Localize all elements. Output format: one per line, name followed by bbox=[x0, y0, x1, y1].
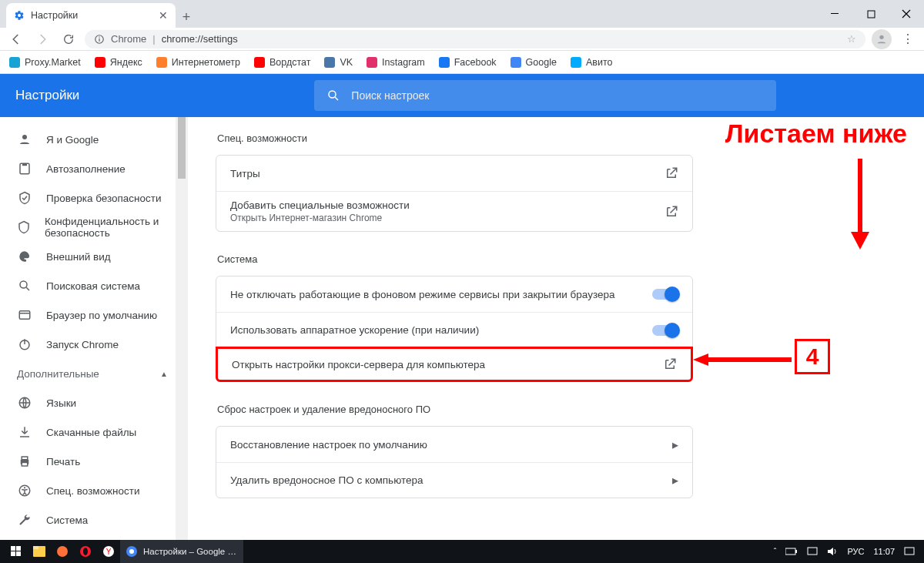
wrench-icon bbox=[17, 513, 32, 527]
settings-row[interactable]: Использовать аппаратное ускорение (при н… bbox=[216, 312, 692, 347]
close-icon[interactable]: ✕ bbox=[159, 10, 168, 21]
tray-network-icon[interactable] bbox=[807, 547, 818, 556]
bookmark-favicon bbox=[156, 57, 167, 68]
browser-icon bbox=[17, 308, 32, 322]
launch-icon[interactable] bbox=[665, 166, 678, 180]
tray-language[interactable]: РУС bbox=[847, 547, 864, 556]
start-button[interactable] bbox=[5, 540, 28, 563]
settings-row[interactable]: Открыть настройки прокси-сервера для ком… bbox=[216, 347, 693, 382]
tray-volume-icon[interactable] bbox=[827, 546, 838, 557]
bookmark-item[interactable]: Авито bbox=[571, 57, 613, 68]
launch-icon[interactable] bbox=[665, 205, 678, 219]
svg-point-6 bbox=[329, 91, 336, 98]
settings-row[interactable]: Титры bbox=[216, 156, 692, 191]
sidebar-item[interactable]: Система bbox=[0, 505, 188, 535]
bookmark-label: Proxy.Market bbox=[25, 57, 81, 68]
taskbar-opera-icon[interactable] bbox=[74, 540, 97, 563]
annotation-arrow-down-icon bbox=[849, 159, 872, 251]
sidebar-item[interactable]: Спец. возможности bbox=[0, 476, 188, 505]
taskbar-yandex-icon[interactable]: Y bbox=[97, 540, 120, 563]
taskbar-explorer-icon[interactable] bbox=[28, 540, 51, 563]
tray-battery-icon[interactable] bbox=[785, 547, 798, 556]
chevron-right-icon[interactable]: ▸ bbox=[672, 437, 678, 452]
bookmark-item[interactable]: Facebook bbox=[439, 57, 497, 68]
url-text: chrome://settings bbox=[162, 33, 238, 45]
sidebar-item[interactable]: Внешний вид bbox=[0, 242, 188, 271]
sidebar-item[interactable]: Проверка безопасности bbox=[0, 183, 188, 213]
window-controls bbox=[818, 0, 924, 28]
settings-row[interactable]: Добавить специальные возможностиОткрыть … bbox=[216, 191, 692, 231]
sidebar-item[interactable]: Я и Google bbox=[0, 125, 188, 154]
tray-notifications-icon[interactable] bbox=[904, 546, 915, 557]
sidebar-item[interactable]: Поисковая система bbox=[0, 271, 188, 300]
tab-title: Настройки bbox=[31, 10, 78, 21]
taskbar-app-chrome[interactable]: Настройки – Google … bbox=[120, 540, 243, 563]
settings-row[interactable]: Удалить вредоносное ПО с компьютера▸ bbox=[216, 462, 692, 498]
settings-row[interactable]: Восстановление настроек по умолчанию▸ bbox=[216, 427, 692, 462]
bookmark-favicon bbox=[9, 57, 20, 68]
window-maximize[interactable] bbox=[853, 0, 889, 28]
annotation-arrow-left-icon bbox=[691, 352, 792, 367]
bookmark-label: Google bbox=[526, 57, 557, 68]
browser-menu[interactable]: ⋮ bbox=[898, 29, 918, 49]
svg-rect-18 bbox=[22, 463, 28, 467]
svg-point-33 bbox=[83, 548, 88, 555]
person-icon bbox=[17, 132, 32, 146]
svg-rect-30 bbox=[33, 546, 38, 549]
toggle-switch[interactable] bbox=[652, 289, 678, 300]
settings-row-title: Не отключать работающие в фоновом режиме… bbox=[230, 289, 652, 300]
bookmark-label: Вордстат bbox=[270, 57, 311, 68]
svg-marker-24 bbox=[693, 354, 708, 366]
new-tab-button[interactable]: + bbox=[176, 6, 197, 28]
sidebar-scrollbar[interactable] bbox=[176, 117, 188, 540]
sidebar-item[interactable]: Языки bbox=[0, 388, 188, 417]
gear-icon bbox=[14, 10, 25, 21]
chrome-icon bbox=[126, 546, 137, 557]
bookmark-item[interactable]: Instagram bbox=[367, 57, 425, 68]
settings-row[interactable]: Не отключать работающие в фоновом режиме… bbox=[216, 276, 692, 312]
window-minimize[interactable] bbox=[818, 0, 853, 28]
nav-forward[interactable] bbox=[32, 29, 52, 49]
sidebar-group-advanced[interactable]: Дополнительные▲ bbox=[0, 359, 188, 388]
omnibox[interactable]: Chrome | chrome://settings ☆ bbox=[85, 30, 865, 49]
bookmark-item[interactable]: Вордстат bbox=[254, 57, 311, 68]
bookmark-label: Интернетометр bbox=[172, 57, 240, 68]
bookmark-item[interactable]: Google bbox=[511, 57, 557, 68]
bookmark-item[interactable]: Proxy.Market bbox=[9, 57, 81, 68]
sidebar-item[interactable]: Печать bbox=[0, 447, 188, 476]
bookmark-label: Facebook bbox=[454, 57, 497, 68]
sidebar-item[interactable]: Браузер по умолчанию bbox=[0, 300, 188, 330]
bookmark-label: VK bbox=[340, 57, 353, 68]
nav-reload[interactable] bbox=[59, 29, 79, 49]
browser-tab-active[interactable]: Настройки ✕ bbox=[6, 3, 176, 28]
bookmark-item[interactable]: VK bbox=[324, 57, 353, 68]
svg-rect-39 bbox=[795, 550, 797, 553]
svg-point-5 bbox=[879, 35, 883, 39]
nav-back[interactable] bbox=[6, 29, 26, 49]
tray-chevron-icon[interactable]: ˆ bbox=[774, 547, 777, 556]
search-placeholder: Поиск настроек bbox=[351, 89, 429, 102]
profile-avatar[interactable] bbox=[872, 29, 892, 49]
launch-icon[interactable] bbox=[663, 357, 677, 371]
settings-search[interactable]: Поиск настроек bbox=[314, 80, 776, 111]
url-prefix: Chrome bbox=[111, 33, 146, 45]
sidebar-item[interactable]: Скачанные файлы bbox=[0, 417, 188, 447]
taskbar-firefox-icon[interactable] bbox=[51, 540, 74, 563]
svg-rect-25 bbox=[11, 546, 15, 551]
sidebar-item[interactable]: Конфиденциальность и безопасность bbox=[0, 213, 188, 242]
svg-rect-27 bbox=[11, 551, 15, 556]
tray-clock[interactable]: 11:07 bbox=[873, 547, 895, 556]
settings-main: Листаем ниже 4 Спец. возможностиТитрыДоб… bbox=[188, 117, 924, 540]
bookmark-star-icon[interactable]: ☆ bbox=[847, 33, 856, 45]
bookmark-item[interactable]: Яндекс bbox=[95, 57, 142, 68]
window-close[interactable] bbox=[889, 0, 924, 28]
sidebar-item-label: Печать bbox=[46, 456, 80, 467]
sidebar-item[interactable]: Запуск Chrome bbox=[0, 330, 188, 359]
bookmark-item[interactable]: Интернетометр bbox=[156, 57, 240, 68]
sidebar-item[interactable]: Автозаполнение bbox=[0, 154, 188, 183]
toggle-switch[interactable] bbox=[652, 325, 678, 336]
chevron-right-icon[interactable]: ▸ bbox=[672, 473, 678, 488]
svg-rect-40 bbox=[808, 548, 817, 555]
sidebar-item-label: Поисковая система bbox=[46, 280, 140, 292]
settings-row-title: Использовать аппаратное ускорение (при н… bbox=[230, 324, 652, 336]
